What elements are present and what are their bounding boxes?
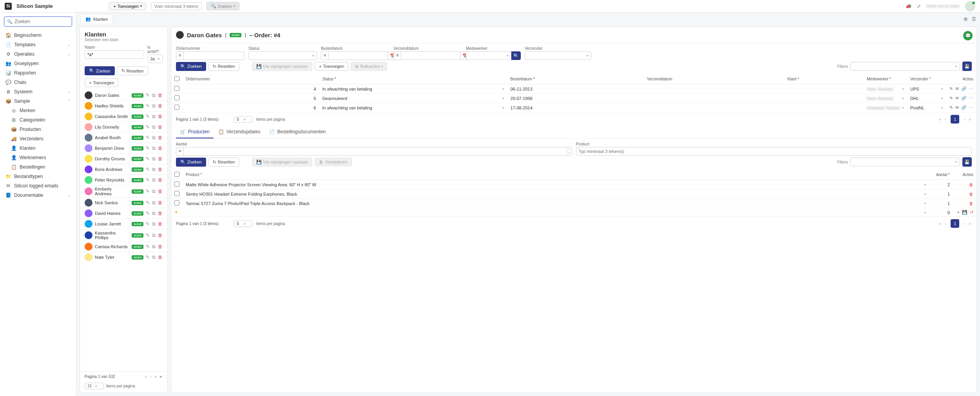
product-row[interactable]: Tamrac 5727 Zuma 7 Photo/iPad Triple Acc… [171, 199, 976, 208]
delete-icon[interactable]: 🗑 [158, 135, 163, 140]
pager-first[interactable]: « [938, 117, 942, 122]
col-ordernummer[interactable]: Ordernummer [183, 74, 319, 84]
chevron-down-icon[interactable]: ▾ [502, 96, 504, 100]
add-order-button[interactable]: +Toevoegen [315, 62, 348, 71]
pager-prev[interactable]: ‹ [150, 374, 153, 379]
products-ipp-select[interactable]: 5▾ [234, 220, 252, 227]
copy-icon[interactable]: ⧉ [152, 254, 156, 260]
verzenddatum-input[interactable] [401, 51, 460, 60]
client-row[interactable]: Carissa Richards Actief ✎ ⧉ 🗑 [80, 241, 167, 252]
chat-button[interactable]: 💬 [963, 31, 973, 40]
copy-icon[interactable]: ⧉ [152, 221, 156, 227]
chevron-down-icon[interactable]: ▾ [941, 87, 943, 91]
row-checkbox[interactable] [174, 200, 179, 205]
undo-icon[interactable]: ↺ [970, 210, 973, 215]
filters-select[interactable]: ▾ [850, 62, 960, 71]
row-checkbox[interactable] [174, 105, 179, 110]
row-checkbox[interactable] [174, 95, 179, 100]
link-icon[interactable]: 🔗 [961, 86, 967, 91]
copy-icon[interactable]: ⧉ [152, 167, 156, 172]
nav-item[interactable]: 📦Sample⌃ [2, 96, 74, 106]
client-row[interactable]: Dorothy Groves Actief ✎ ⧉ 🗑 [80, 153, 167, 164]
col-verzenddatum[interactable]: Verzenddatum [644, 74, 784, 84]
copy-icon[interactable]: ⧉ [152, 114, 156, 119]
edit-icon[interactable]: ✎ [146, 135, 150, 140]
step-down-icon[interactable]: ↓ [567, 147, 572, 151]
col-product[interactable]: Product * [183, 170, 929, 180]
products-filters-select[interactable]: ▾ [850, 158, 960, 166]
products-search-button[interactable]: 🔍Zoeken [176, 158, 206, 167]
delete-icon[interactable]: 🗑 [158, 167, 163, 172]
nav-subitem[interactable]: 🚚Verzenders [7, 134, 74, 144]
copy-icon[interactable]: ⧉ [152, 156, 156, 162]
edit-icon[interactable]: ✎ [949, 105, 953, 110]
delete-icon[interactable]: 🗑 [158, 145, 163, 151]
edit-icon[interactable]: ✎ [146, 177, 150, 183]
link-icon[interactable]: 🔗 [961, 96, 967, 101]
products-save-filter-button[interactable]: 💾 [962, 157, 972, 167]
edit-icon[interactable]: ✎ [146, 211, 150, 216]
order-row[interactable]: 4 In afwachting van betaling▾ 06-11-2013… [171, 84, 976, 94]
pager-last[interactable]: » [968, 221, 972, 226]
col-medewerker[interactable]: Medewerker * [864, 74, 907, 84]
client-row[interactable]: Peter Reynolds Actief ✎ ⧉ 🗑 [80, 174, 167, 185]
sidebar-search-input[interactable] [4, 16, 72, 27]
copy-icon[interactable]: ⧉ [152, 124, 156, 130]
delete-icon[interactable]: 🗑 [158, 103, 163, 109]
delete-icon[interactable]: 🗑 [969, 201, 973, 206]
delete-icon[interactable]: 🗑 [158, 211, 163, 216]
nav-item[interactable]: 📄Templates⌄ [2, 40, 74, 49]
col-besteldatum[interactable]: Besteldatum * [507, 74, 644, 84]
pager-last[interactable]: » [968, 117, 972, 122]
delete-icon[interactable]: 🗑 [158, 254, 163, 260]
edit-icon[interactable]: ✎ [146, 200, 150, 205]
chevron-down-icon[interactable]: ▾ [941, 96, 943, 100]
tab-klanten[interactable]: 👥 Klanten [80, 14, 113, 24]
products-reset-button[interactable]: ↻Resetten [208, 158, 239, 167]
copy-icon[interactable]: ⧉ [152, 244, 156, 249]
row-checkbox[interactable] [174, 86, 179, 91]
client-row[interactable]: Nate Tyler Actief ✎ ⧉ 🗑 [80, 252, 167, 262]
pager-last[interactable]: » [159, 374, 163, 379]
copy-icon[interactable]: ⧉ [152, 103, 156, 109]
edit-icon[interactable]: ✎ [146, 189, 150, 194]
menu-icon[interactable]: ☰ [972, 16, 976, 22]
step-up-icon[interactable]: ↑ [567, 151, 572, 155]
user-avatar[interactable] [965, 1, 975, 11]
edit-icon[interactable]: ✎ [146, 254, 150, 260]
nav-subitem[interactable]: ◎Merken [7, 106, 74, 115]
copy-icon[interactable]: ⧉ [152, 233, 156, 238]
delete-icon[interactable]: 🗑 [158, 114, 163, 119]
items-per-page-select[interactable]: 16 ▾ [85, 383, 104, 389]
delete-icon[interactable]: 🗑 [158, 200, 163, 205]
subtab-verzendupdates[interactable]: 📋Verzendupdates [214, 126, 264, 138]
products-page-number[interactable]: 1 [951, 219, 959, 228]
client-row[interactable]: Kimberly Andrews Actief ✎ ⧉ 🗑 [80, 185, 167, 197]
client-row[interactable]: Benjamin Drew Actief ✎ ⧉ 🗑 [80, 143, 167, 153]
client-row[interactable]: Boris Andrews Actief ✎ ⧉ 🗑 [80, 164, 167, 174]
pager-prev[interactable]: ‹ [944, 117, 947, 122]
edit-icon[interactable]: ✎ [146, 233, 150, 238]
mail-icon[interactable]: ✉ [955, 86, 959, 91]
client-row[interactable]: David Haines Actief ✎ ⧉ 🗑 [80, 208, 167, 218]
orders-reset-button[interactable]: ↻Resetten [208, 62, 239, 71]
pager-first[interactable]: « [144, 374, 148, 379]
client-row[interactable]: Daron Gates Actief ✎ ⧉ 🗑 [80, 90, 167, 100]
edit-icon[interactable]: ✎ [146, 103, 150, 109]
edit-icon[interactable]: ✎ [146, 145, 150, 151]
col-status[interactable]: Status * [319, 74, 507, 84]
edit-icon[interactable]: ✎ [146, 114, 150, 119]
row-checkbox[interactable] [174, 182, 179, 187]
medewerker-search-button[interactable]: 🔍 [511, 51, 521, 60]
expand-icon[interactable]: ⤢ [917, 4, 921, 9]
delete-icon[interactable]: 🗑 [158, 156, 163, 162]
col-aantal[interactable]: Aantal * [929, 170, 953, 180]
chevron-down-icon[interactable]: ▾ [902, 96, 904, 100]
product-row[interactable]: Matte White Adhesive Projector Screen Vi… [171, 180, 976, 189]
nav-item[interactable]: ⚙Operaties⌄ [2, 49, 74, 59]
client-row[interactable]: Louise Jarrett Actief ✎ ⧉ 🗑 [80, 218, 167, 229]
delete-icon[interactable]: 🗑 [158, 124, 163, 130]
chevron-down-icon[interactable]: ▾ [502, 87, 504, 91]
edit-icon[interactable]: ✎ [146, 156, 150, 162]
delete-icon[interactable]: 🗑 [158, 233, 163, 238]
